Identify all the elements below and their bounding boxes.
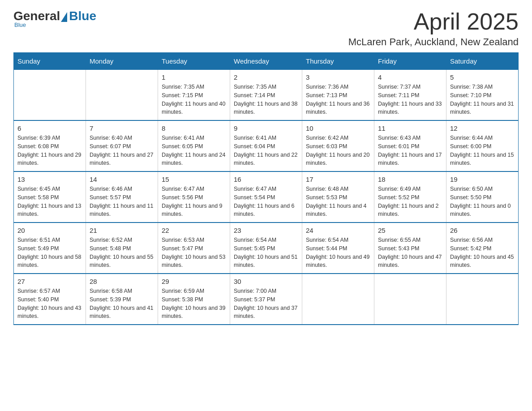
day-info: Sunrise: 6:45 AMSunset: 5:58 PMDaylight:… [17, 185, 82, 218]
cell-w2-d5: 10Sunrise: 6:42 AMSunset: 6:03 PMDayligh… [302, 120, 374, 171]
day-info: Sunrise: 6:52 AMSunset: 5:48 PMDaylight:… [90, 236, 154, 270]
day-number: 17 [306, 176, 370, 183]
cell-w3-d7: 19Sunrise: 6:50 AMSunset: 5:50 PMDayligh… [446, 171, 519, 223]
day-number: 23 [234, 227, 298, 234]
week-row-1: 1Sunrise: 7:35 AMSunset: 7:15 PMDaylight… [14, 70, 519, 121]
day-number: 19 [450, 176, 515, 183]
logo-triangle-icon [61, 12, 67, 22]
day-number: 12 [450, 124, 515, 132]
day-number: 20 [17, 227, 82, 234]
cell-w1-d6: 4Sunrise: 7:37 AMSunset: 7:11 PMDaylight… [374, 70, 446, 121]
week-row-5: 27Sunrise: 6:57 AMSunset: 5:40 PMDayligh… [14, 274, 519, 325]
day-info: Sunrise: 7:00 AMSunset: 5:37 PMDaylight:… [234, 287, 298, 321]
cell-w4-d2: 21Sunrise: 6:52 AMSunset: 5:48 PMDayligh… [86, 223, 158, 274]
day-number: 18 [378, 176, 442, 183]
day-number: 21 [90, 227, 154, 234]
calendar-body: 1Sunrise: 7:35 AMSunset: 7:15 PMDaylight… [14, 70, 519, 325]
cell-w2-d7: 12Sunrise: 6:44 AMSunset: 6:00 PMDayligh… [446, 120, 519, 171]
logo-underline-text: Blue [14, 21, 26, 28]
cell-w4-d7: 26Sunrise: 6:56 AMSunset: 5:42 PMDayligh… [446, 223, 519, 274]
day-number: 22 [162, 227, 226, 234]
header-row: SundayMondayTuesdayWednesdayThursdayFrid… [14, 53, 519, 70]
day-info: Sunrise: 6:47 AMSunset: 5:56 PMDaylight:… [162, 185, 226, 218]
day-info: Sunrise: 6:39 AMSunset: 6:08 PMDaylight:… [17, 134, 82, 167]
day-number: 6 [17, 124, 82, 132]
week-row-2: 6Sunrise: 6:39 AMSunset: 6:08 PMDaylight… [14, 120, 519, 171]
cell-w5-d2: 28Sunrise: 6:58 AMSunset: 5:39 PMDayligh… [86, 274, 158, 325]
day-number: 10 [306, 124, 370, 132]
day-number: 27 [17, 278, 82, 285]
day-info: Sunrise: 6:41 AMSunset: 6:04 PMDaylight:… [234, 134, 298, 167]
location-subtitle: McLaren Park, Auckland, New Zealand [348, 36, 519, 48]
main-title: April 2025 [348, 9, 519, 34]
day-number: 4 [378, 73, 442, 81]
cell-w2-d2: 7Sunrise: 6:40 AMSunset: 6:07 PMDaylight… [86, 120, 158, 171]
day-info: Sunrise: 6:48 AMSunset: 5:53 PMDaylight:… [306, 185, 370, 218]
day-info: Sunrise: 6:50 AMSunset: 5:50 PMDaylight:… [450, 185, 515, 218]
day-number: 14 [90, 176, 154, 183]
cell-w4-d6: 25Sunrise: 6:55 AMSunset: 5:43 PMDayligh… [374, 223, 446, 274]
cell-w1-d3: 1Sunrise: 7:35 AMSunset: 7:15 PMDaylight… [158, 70, 230, 121]
cell-w3-d3: 15Sunrise: 6:47 AMSunset: 5:56 PMDayligh… [158, 171, 230, 223]
header-saturday: Saturday [446, 53, 519, 70]
day-number: 25 [378, 227, 442, 234]
cell-w5-d1: 27Sunrise: 6:57 AMSunset: 5:40 PMDayligh… [14, 274, 86, 325]
day-info: Sunrise: 6:57 AMSunset: 5:40 PMDaylight:… [17, 287, 82, 321]
day-number: 30 [234, 278, 298, 285]
day-info: Sunrise: 6:49 AMSunset: 5:52 PMDaylight:… [378, 185, 442, 218]
cell-w3-d6: 18Sunrise: 6:49 AMSunset: 5:52 PMDayligh… [374, 171, 446, 223]
calendar-table: SundayMondayTuesdayWednesdayThursdayFrid… [13, 52, 519, 325]
cell-w4-d1: 20Sunrise: 6:51 AMSunset: 5:49 PMDayligh… [14, 223, 86, 274]
day-info: Sunrise: 6:54 AMSunset: 5:45 PMDaylight:… [234, 236, 298, 270]
header-thursday: Thursday [302, 53, 374, 70]
cell-w4-d4: 23Sunrise: 6:54 AMSunset: 5:45 PMDayligh… [230, 223, 302, 274]
day-number: 29 [162, 278, 226, 285]
page-header: General Blue Blue April 2025 McLaren Par… [13, 9, 519, 48]
day-number: 8 [162, 124, 226, 132]
day-info: Sunrise: 7:35 AMSunset: 7:14 PMDaylight:… [234, 83, 298, 116]
day-number: 5 [450, 73, 515, 81]
day-number: 26 [450, 227, 515, 234]
day-info: Sunrise: 6:40 AMSunset: 6:07 PMDaylight:… [90, 134, 154, 167]
day-number: 16 [234, 176, 298, 183]
cell-w1-d7: 5Sunrise: 7:38 AMSunset: 7:10 PMDaylight… [446, 70, 519, 121]
day-info: Sunrise: 6:54 AMSunset: 5:44 PMDaylight:… [306, 236, 370, 270]
day-number: 28 [90, 278, 154, 285]
day-info: Sunrise: 6:55 AMSunset: 5:43 PMDaylight:… [378, 236, 442, 270]
week-row-4: 20Sunrise: 6:51 AMSunset: 5:49 PMDayligh… [14, 223, 519, 274]
day-number: 15 [162, 176, 226, 183]
header-monday: Monday [86, 53, 158, 70]
cell-w2-d1: 6Sunrise: 6:39 AMSunset: 6:08 PMDaylight… [14, 120, 86, 171]
day-info: Sunrise: 7:38 AMSunset: 7:10 PMDaylight:… [450, 83, 515, 116]
day-info: Sunrise: 6:46 AMSunset: 5:57 PMDaylight:… [90, 185, 154, 218]
day-number: 24 [306, 227, 370, 234]
cell-w2-d3: 8Sunrise: 6:41 AMSunset: 6:05 PMDaylight… [158, 120, 230, 171]
day-info: Sunrise: 6:41 AMSunset: 6:05 PMDaylight:… [162, 134, 226, 167]
cell-w4-d5: 24Sunrise: 6:54 AMSunset: 5:44 PMDayligh… [302, 223, 374, 274]
day-info: Sunrise: 7:35 AMSunset: 7:15 PMDaylight:… [162, 83, 226, 116]
day-number: 11 [378, 124, 442, 132]
cell-w1-d2 [86, 70, 158, 121]
day-info: Sunrise: 6:42 AMSunset: 6:03 PMDaylight:… [306, 134, 370, 167]
cell-w2-d4: 9Sunrise: 6:41 AMSunset: 6:04 PMDaylight… [230, 120, 302, 171]
cell-w3-d5: 17Sunrise: 6:48 AMSunset: 5:53 PMDayligh… [302, 171, 374, 223]
header-friday: Friday [374, 53, 446, 70]
cell-w3-d2: 14Sunrise: 6:46 AMSunset: 5:57 PMDayligh… [86, 171, 158, 223]
day-info: Sunrise: 7:37 AMSunset: 7:11 PMDaylight:… [378, 83, 442, 116]
logo-blue-text: Blue [69, 9, 96, 23]
day-number: 7 [90, 124, 154, 132]
header-tuesday: Tuesday [158, 53, 230, 70]
day-info: Sunrise: 6:58 AMSunset: 5:39 PMDaylight:… [90, 287, 154, 321]
cell-w5-d7 [446, 274, 519, 325]
week-row-3: 13Sunrise: 6:45 AMSunset: 5:58 PMDayligh… [14, 171, 519, 223]
day-number: 2 [234, 73, 298, 81]
calendar-header: SundayMondayTuesdayWednesdayThursdayFrid… [14, 53, 519, 70]
day-number: 1 [162, 73, 226, 81]
day-number: 9 [234, 124, 298, 132]
title-section: April 2025 McLaren Park, Auckland, New Z… [348, 9, 519, 48]
cell-w5-d6 [374, 274, 446, 325]
day-info: Sunrise: 7:36 AMSunset: 7:13 PMDaylight:… [306, 83, 370, 116]
cell-w1-d4: 2Sunrise: 7:35 AMSunset: 7:14 PMDaylight… [230, 70, 302, 121]
cell-w4-d3: 22Sunrise: 6:53 AMSunset: 5:47 PMDayligh… [158, 223, 230, 274]
cell-w5-d3: 29Sunrise: 6:59 AMSunset: 5:38 PMDayligh… [158, 274, 230, 325]
